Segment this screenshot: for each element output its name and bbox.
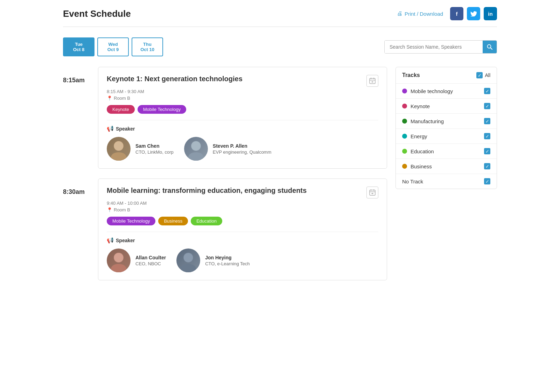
track-row-manufacturing: Manufacturing ✓	[396, 114, 497, 129]
track-checkbox-mobile[interactable]: ✓	[484, 88, 490, 94]
speaker-allan-title: CEO, NBOC	[135, 261, 166, 266]
session-card-2: Mobile learning: transforming education,…	[98, 178, 387, 280]
svg-point-24	[181, 264, 196, 272]
session-title-2: Mobile learning: transforming education,…	[107, 187, 366, 195]
speaker-sam-chen: Sam Chen CTO, LinkMo, corp	[107, 137, 174, 161]
day-tab-wed-line2: Oct 9	[105, 47, 121, 52]
search-button[interactable]	[483, 40, 497, 54]
day-tab-tue[interactable]: Tue Oct 8	[63, 37, 94, 56]
pin-icon-2: 📍	[107, 207, 112, 212]
time-label-2: 8:30am	[63, 178, 91, 280]
avatar-sam-chen	[107, 137, 131, 161]
facebook-button[interactable]: f	[450, 7, 463, 20]
session-tags-1: Keynote Mobile Technology	[107, 105, 378, 114]
speaker-section-1: 📢 Speaker	[107, 125, 378, 132]
day-tab-thu[interactable]: Thu Oct 10	[132, 37, 163, 56]
header-actions: 🖨 Print / Download f in	[397, 7, 497, 20]
svg-point-13	[191, 141, 201, 150]
speaker-allan-coulter: Allan Coulter CEO, NBOC	[107, 248, 166, 272]
day-tab-tue-line1: Tue	[71, 42, 87, 47]
print-label: Print / Download	[405, 11, 443, 17]
track-row-energy: Energy ✓	[396, 129, 497, 144]
session-room-2: 📍 Room B	[107, 207, 378, 212]
day-tab-thu-line2: Oct 10	[139, 47, 155, 52]
tracks-title: Tracks	[402, 72, 420, 78]
speaker-section-label-text-1: Speaker	[116, 126, 135, 132]
tag-mobile-2: Mobile Technology	[107, 217, 155, 225]
track-label-energy: Energy	[411, 133, 427, 139]
track-checkbox-manufacturing[interactable]: ✓	[484, 118, 490, 124]
speaker-jon-name: Jon Heying	[205, 255, 250, 260]
track-label-business: Business	[411, 163, 432, 169]
time-slot-1: 8:15am Keynote 1: Next generation techno…	[63, 67, 387, 169]
schedule-column: 8:15am Keynote 1: Next generation techno…	[63, 67, 387, 290]
dot-business	[402, 164, 407, 169]
tracks-all: ✓ All	[476, 72, 490, 78]
speakers-2: Allan Coulter CEO, NBOC Jon Heying CTO, …	[107, 248, 378, 272]
search-input[interactable]	[385, 40, 483, 54]
track-checkbox-energy[interactable]: ✓	[484, 133, 490, 139]
megaphone-icon-2: 📢	[107, 237, 114, 244]
tag-mobile-1: Mobile Technology	[138, 105, 186, 114]
tracks-all-label: All	[485, 72, 490, 78]
day-tabs: Tue Oct 8 Wed Oct 9 Thu Oct 10	[63, 37, 163, 56]
svg-point-22	[114, 253, 123, 262]
track-label-mobile: Mobile technology	[411, 88, 453, 94]
svg-rect-14	[370, 190, 375, 195]
dot-energy	[402, 134, 407, 139]
tracks-panel: Tracks ✓ All Mobile technology ✓	[396, 67, 497, 189]
svg-point-9	[111, 152, 126, 161]
dot-manufacturing	[402, 119, 407, 124]
page-title: Event Schedule	[63, 8, 131, 19]
speaker-steven-name: Steven P. Allen	[213, 143, 271, 149]
tracks-all-checkbox[interactable]: ✓	[476, 72, 483, 78]
track-checkbox-keynote[interactable]: ✓	[484, 103, 490, 109]
time-label-1: 8:15am	[63, 67, 91, 169]
track-checkbox-business[interactable]: ✓	[484, 163, 490, 169]
linkedin-button[interactable]: in	[484, 7, 497, 20]
svg-point-25	[184, 253, 193, 262]
tag-education-2: Education	[191, 217, 222, 225]
pin-icon-1: 📍	[107, 96, 112, 101]
speaker-steven-allen: Steven P. Allen EVP engineering, Qualcom…	[184, 137, 271, 161]
session-card-1: Keynote 1: Next generation technologies …	[98, 67, 387, 169]
speaker-allan-name: Allan Coulter	[135, 255, 166, 260]
speaker-section-label-text-2: Speaker	[116, 238, 135, 243]
svg-point-21	[111, 264, 126, 272]
dot-keynote	[402, 104, 407, 108]
add-to-calendar-2[interactable]	[366, 187, 378, 198]
dot-mobile	[402, 89, 407, 93]
day-tab-tue-line2: Oct 8	[71, 47, 87, 52]
session-title-1: Keynote 1: Next generation technologies	[107, 75, 366, 83]
track-label-education: Education	[411, 148, 434, 154]
day-tab-wed-line1: Wed	[105, 42, 121, 47]
track-checkbox-education[interactable]: ✓	[484, 148, 490, 154]
print-download-link[interactable]: 🖨 Print / Download	[397, 10, 443, 17]
tag-keynote: Keynote	[107, 105, 135, 114]
day-tab-wed[interactable]: Wed Oct 9	[97, 37, 129, 56]
speaker-steven-title: EVP engineering, Qualcomm	[213, 149, 271, 155]
printer-icon: 🖨	[397, 10, 402, 17]
search-box	[384, 40, 497, 54]
no-track-label: No Track	[402, 178, 423, 184]
speaker-jon-heying: Jon Heying CTO, e-Learning Tech	[176, 248, 250, 272]
twitter-button[interactable]	[467, 7, 480, 20]
session-room-1: 📍 Room B	[107, 96, 378, 101]
megaphone-icon-1: 📢	[107, 125, 114, 132]
track-checkbox-no-track[interactable]: ✓	[484, 178, 490, 184]
svg-point-12	[188, 152, 204, 161]
avatar-allan-coulter	[107, 248, 131, 272]
avatar-jon-heying	[176, 248, 200, 272]
add-to-calendar-1[interactable]	[366, 75, 378, 87]
track-row-no-track: No Track ✓	[396, 174, 497, 189]
track-label-keynote: Keynote	[411, 103, 430, 109]
speaker-section-2: 📢 Speaker	[107, 237, 378, 244]
session-time-2: 9:40 AM - 10:00 AM	[107, 201, 378, 206]
session-room-label-2: Room B	[114, 207, 130, 212]
sidebar: Tracks ✓ All Mobile technology ✓	[396, 67, 497, 290]
track-row-mobile: Mobile technology ✓	[396, 84, 497, 99]
session-time-1: 8:15 AM - 9:30 AM	[107, 89, 378, 94]
avatar-steven-allen	[184, 137, 208, 161]
dot-education	[402, 149, 407, 154]
track-label-manufacturing: Manufacturing	[411, 118, 444, 124]
